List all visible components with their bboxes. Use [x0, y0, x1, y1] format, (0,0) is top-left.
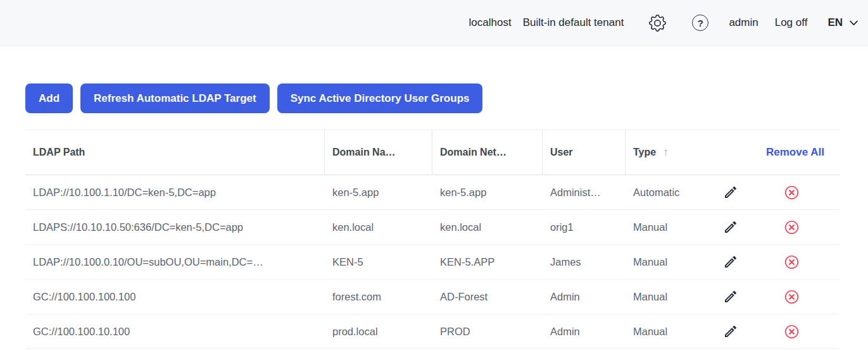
edit-button[interactable] [721, 322, 740, 341]
cell-edit [701, 175, 760, 209]
remove-button[interactable] [782, 252, 802, 272]
table-header-row: LDAP Path Domain Na… Domain Net… User Ty… [25, 130, 840, 175]
cell-ldap-path: LDAP://10.100.1.10/DC=ken-5,DC=app [25, 175, 325, 209]
language-label: EN [827, 16, 843, 29]
gear-icon [649, 15, 666, 32]
hostname-label[interactable]: localhost [469, 16, 512, 29]
cell-remove [760, 210, 840, 244]
cell-user: Administ… [543, 175, 626, 209]
column-header-domain-name[interactable]: Domain Na… [325, 130, 432, 175]
column-header-edit-spacer [701, 130, 760, 175]
sync-ad-user-groups-button[interactable]: Sync Active Directory User Groups [277, 83, 483, 113]
table-row: GC://100.100.10.100 prod.local PROD Admi… [25, 314, 840, 349]
cell-remove [760, 280, 840, 314]
remove-circle-icon [784, 324, 800, 340]
cell-type: Automatic [626, 175, 701, 209]
cell-edit [701, 280, 760, 314]
column-header-type-label: Type [633, 147, 656, 158]
pencil-icon [723, 289, 738, 304]
edit-button[interactable] [721, 287, 740, 306]
cell-user: Admin [543, 280, 626, 314]
cell-ldap-path: LDAP://10.100.0.10/OU=subOU,OU=main,DC=… [25, 245, 325, 279]
cell-edit [701, 314, 760, 348]
cell-domain-netbios: PROD [432, 314, 543, 348]
chevron-down-icon [848, 18, 859, 28]
pencil-icon [723, 185, 738, 200]
cell-domain-netbios: AD-Forest [432, 280, 543, 314]
cell-domain-netbios: KEN-5.APP [432, 245, 543, 279]
settings-button[interactable] [648, 13, 667, 32]
remove-all-link[interactable]: Remove All [760, 130, 840, 175]
cell-user: orig1 [543, 210, 626, 244]
cell-domain-name: ken-5.app [325, 175, 432, 209]
remove-circle-icon [784, 254, 800, 270]
cell-type: Manual [626, 314, 701, 348]
pencil-icon [723, 324, 738, 339]
language-selector[interactable]: EN [827, 16, 859, 29]
table-row: GC://100.100.100.100 forest.com AD-Fores… [25, 280, 840, 314]
column-header-domain-netbios[interactable]: Domain Net… [432, 130, 543, 175]
cell-domain-name: ken.local [325, 210, 432, 244]
cell-domain-netbios: ken-5.app [432, 175, 543, 209]
table-row: LDAPS://10.10.10.50:636/DC=ken-5,DC=app … [25, 210, 840, 245]
table-row: LDAP://10.100.1.10/DC=ken-5,DC=app ken-5… [25, 175, 840, 210]
main-content: Add Refresh Automatic LDAP Target Sync A… [0, 83, 868, 349]
cell-domain-name: forest.com [325, 280, 432, 314]
cell-ldap-path: GC://100.100.10.100 [25, 314, 325, 348]
cell-remove [760, 314, 840, 348]
column-header-type[interactable]: Type ↑ [626, 130, 701, 175]
cell-edit [701, 245, 760, 279]
sort-ascending-icon: ↑ [663, 146, 669, 159]
table-body: LDAP://10.100.1.10/DC=ken-5,DC=app ken-5… [25, 175, 840, 349]
cell-user: James [543, 245, 626, 279]
remove-button[interactable] [782, 218, 802, 237]
edit-button[interactable] [721, 252, 740, 271]
pencil-icon [723, 254, 738, 269]
cell-user: Admin [543, 314, 626, 348]
cell-type: Manual [626, 210, 701, 244]
cell-remove [760, 175, 840, 209]
username-label[interactable]: admin [729, 16, 758, 29]
help-button[interactable]: ? [691, 13, 710, 32]
add-button[interactable]: Add [25, 83, 73, 113]
remove-circle-icon [784, 289, 800, 305]
cell-edit [701, 210, 760, 244]
edit-button[interactable] [721, 218, 740, 237]
column-header-user[interactable]: User [543, 130, 626, 175]
remove-button[interactable] [782, 287, 802, 307]
cell-remove [760, 245, 840, 279]
cell-ldap-path: LDAPS://10.10.10.50:636/DC=ken-5,DC=app [25, 210, 325, 244]
remove-button[interactable] [782, 322, 802, 342]
remove-circle-icon [784, 185, 800, 200]
action-toolbar: Add Refresh Automatic LDAP Target Sync A… [25, 83, 843, 113]
cell-ldap-path: GC://100.100.100.100 [25, 280, 325, 314]
remove-button[interactable] [782, 183, 802, 202]
table-row: LDAP://10.100.0.10/OU=subOU,OU=main,DC=…… [25, 245, 840, 280]
tenant-label[interactable]: Built-in default tenant [523, 16, 624, 29]
cell-type: Manual [626, 245, 701, 279]
column-header-ldap-path[interactable]: LDAP Path [25, 130, 325, 175]
remove-circle-icon [784, 219, 800, 235]
ldap-targets-table: LDAP Path Domain Na… Domain Net… User Ty… [25, 130, 840, 349]
cell-domain-name: KEN-5 [325, 245, 432, 279]
cell-domain-netbios: ken.local [432, 210, 543, 244]
pencil-icon [723, 219, 738, 235]
refresh-automatic-ldap-target-button[interactable]: Refresh Automatic LDAP Target [80, 83, 270, 113]
edit-button[interactable] [721, 183, 740, 202]
cell-domain-name: prod.local [325, 314, 432, 348]
cell-type: Manual [626, 280, 701, 314]
help-icon: ? [692, 15, 708, 31]
topbar: localhost Built-in default tenant ? admi… [0, 0, 868, 46]
logoff-link[interactable]: Log off [775, 16, 808, 29]
